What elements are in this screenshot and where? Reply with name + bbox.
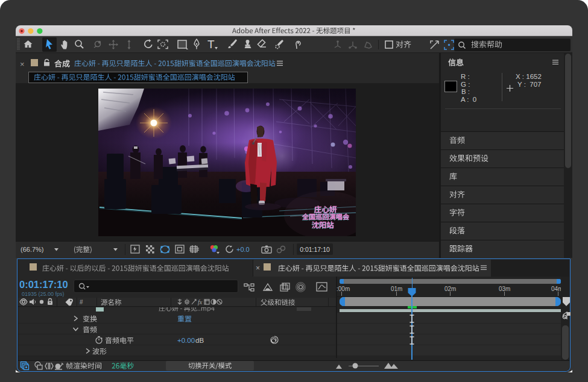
svg-text:fx: fx [198,299,203,305]
